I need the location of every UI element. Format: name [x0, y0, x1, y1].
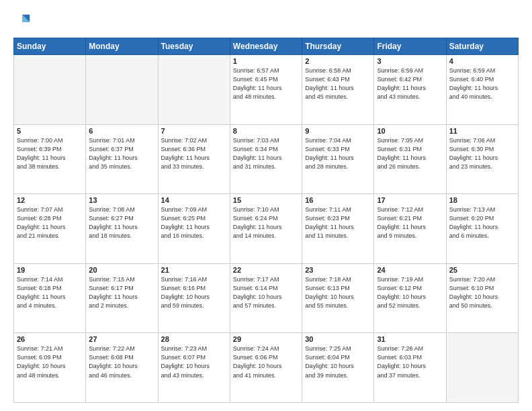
day-number: 18 — [449, 196, 515, 204]
day-cell: 12Sunrise: 7:07 AM Sunset: 6:28 PM Dayli… — [14, 194, 86, 264]
day-cell: 9Sunrise: 7:04 AM Sunset: 6:33 PM Daylig… — [302, 124, 374, 194]
day-cell: 7Sunrise: 7:02 AM Sunset: 6:36 PM Daylig… — [158, 124, 230, 194]
day-info: Sunrise: 7:07 AM Sunset: 6:28 PM Dayligh… — [17, 205, 83, 240]
day-cell: 5Sunrise: 7:00 AM Sunset: 6:39 PM Daylig… — [14, 124, 86, 194]
day-number: 15 — [233, 196, 299, 204]
day-number: 9 — [305, 127, 371, 135]
day-number: 4 — [449, 57, 515, 65]
col-header-monday: Monday — [86, 38, 158, 55]
day-cell: 26Sunrise: 7:21 AM Sunset: 6:09 PM Dayli… — [14, 333, 86, 403]
day-cell: 4Sunrise: 6:59 AM Sunset: 6:40 PM Daylig… — [446, 55, 518, 125]
day-number: 14 — [161, 196, 227, 204]
day-cell: 13Sunrise: 7:08 AM Sunset: 6:27 PM Dayli… — [86, 194, 158, 264]
day-number: 5 — [17, 127, 83, 135]
day-number: 6 — [89, 127, 154, 135]
day-number: 12 — [17, 196, 83, 204]
col-header-tuesday: Tuesday — [158, 38, 230, 55]
day-cell — [158, 55, 230, 125]
day-info: Sunrise: 7:24 AM Sunset: 6:06 PM Dayligh… — [233, 345, 299, 379]
day-info: Sunrise: 7:18 AM Sunset: 6:13 PM Dayligh… — [305, 275, 371, 310]
day-cell: 23Sunrise: 7:18 AM Sunset: 6:13 PM Dayli… — [302, 263, 374, 333]
day-info: Sunrise: 6:59 AM Sunset: 6:42 PM Dayligh… — [377, 66, 443, 101]
day-info: Sunrise: 7:05 AM Sunset: 6:31 PM Dayligh… — [377, 136, 443, 171]
day-cell: 10Sunrise: 7:05 AM Sunset: 6:31 PM Dayli… — [374, 124, 446, 194]
day-number: 13 — [89, 196, 154, 204]
day-cell: 25Sunrise: 7:20 AM Sunset: 6:10 PM Dayli… — [446, 263, 518, 333]
day-number: 1 — [233, 57, 299, 65]
day-cell: 14Sunrise: 7:09 AM Sunset: 6:25 PM Dayli… — [158, 194, 230, 264]
day-info: Sunrise: 7:20 AM Sunset: 6:10 PM Dayligh… — [449, 275, 515, 310]
day-cell — [86, 55, 158, 125]
day-number: 11 — [449, 127, 515, 135]
day-info: Sunrise: 6:57 AM Sunset: 6:45 PM Dayligh… — [233, 66, 299, 101]
day-cell: 24Sunrise: 7:19 AM Sunset: 6:12 PM Dayli… — [374, 263, 446, 333]
day-cell: 20Sunrise: 7:15 AM Sunset: 6:17 PM Dayli… — [86, 263, 158, 333]
day-info: Sunrise: 7:17 AM Sunset: 6:14 PM Dayligh… — [233, 275, 299, 310]
day-number: 31 — [377, 335, 443, 343]
day-number: 25 — [449, 266, 515, 274]
day-info: Sunrise: 6:58 AM Sunset: 6:43 PM Dayligh… — [305, 66, 371, 101]
logo — [13, 12, 35, 31]
day-info: Sunrise: 7:00 AM Sunset: 6:39 PM Dayligh… — [17, 136, 83, 171]
day-number: 30 — [305, 335, 371, 343]
week-row-3: 19Sunrise: 7:14 AM Sunset: 6:18 PM Dayli… — [14, 263, 519, 333]
day-cell: 17Sunrise: 7:12 AM Sunset: 6:21 PM Dayli… — [374, 194, 446, 264]
day-cell: 3Sunrise: 6:59 AM Sunset: 6:42 PM Daylig… — [374, 55, 446, 125]
day-number: 21 — [161, 266, 227, 274]
day-number: 22 — [233, 266, 299, 274]
day-info: Sunrise: 7:22 AM Sunset: 6:08 PM Dayligh… — [89, 345, 154, 379]
day-info: Sunrise: 7:09 AM Sunset: 6:25 PM Dayligh… — [161, 205, 227, 240]
week-row-4: 26Sunrise: 7:21 AM Sunset: 6:09 PM Dayli… — [14, 333, 519, 403]
day-number: 17 — [377, 196, 443, 204]
day-number: 26 — [17, 335, 83, 343]
day-info: Sunrise: 7:06 AM Sunset: 6:30 PM Dayligh… — [449, 136, 515, 171]
day-cell: 8Sunrise: 7:03 AM Sunset: 6:34 PM Daylig… — [230, 124, 302, 194]
day-cell: 19Sunrise: 7:14 AM Sunset: 6:18 PM Dayli… — [14, 263, 86, 333]
day-cell: 31Sunrise: 7:26 AM Sunset: 6:03 PM Dayli… — [374, 333, 446, 403]
day-number: 28 — [161, 335, 227, 343]
day-cell: 28Sunrise: 7:23 AM Sunset: 6:07 PM Dayli… — [158, 333, 230, 403]
day-cell — [446, 333, 518, 403]
day-cell — [14, 55, 86, 125]
day-number: 24 — [377, 266, 443, 274]
day-info: Sunrise: 7:01 AM Sunset: 6:37 PM Dayligh… — [89, 136, 154, 171]
day-number: 20 — [89, 266, 154, 274]
col-header-friday: Friday — [374, 38, 446, 55]
day-cell: 22Sunrise: 7:17 AM Sunset: 6:14 PM Dayli… — [230, 263, 302, 333]
day-info: Sunrise: 7:26 AM Sunset: 6:03 PM Dayligh… — [377, 345, 443, 379]
day-cell: 16Sunrise: 7:11 AM Sunset: 6:23 PM Dayli… — [302, 194, 374, 264]
day-cell: 21Sunrise: 7:16 AM Sunset: 6:16 PM Dayli… — [158, 263, 230, 333]
day-info: Sunrise: 7:23 AM Sunset: 6:07 PM Dayligh… — [161, 345, 227, 379]
day-number: 8 — [233, 127, 299, 135]
day-info: Sunrise: 7:02 AM Sunset: 6:36 PM Dayligh… — [161, 136, 227, 171]
day-cell: 1Sunrise: 6:57 AM Sunset: 6:45 PM Daylig… — [230, 55, 302, 125]
day-number: 10 — [377, 127, 443, 135]
day-info: Sunrise: 7:14 AM Sunset: 6:18 PM Dayligh… — [17, 275, 83, 310]
day-number: 16 — [305, 196, 371, 204]
day-info: Sunrise: 7:13 AM Sunset: 6:20 PM Dayligh… — [449, 205, 515, 240]
week-row-0: 1Sunrise: 6:57 AM Sunset: 6:45 PM Daylig… — [14, 55, 519, 125]
day-info: Sunrise: 7:04 AM Sunset: 6:33 PM Dayligh… — [305, 136, 371, 171]
day-cell: 11Sunrise: 7:06 AM Sunset: 6:30 PM Dayli… — [446, 124, 518, 194]
day-cell: 29Sunrise: 7:24 AM Sunset: 6:06 PM Dayli… — [230, 333, 302, 403]
day-cell: 6Sunrise: 7:01 AM Sunset: 6:37 PM Daylig… — [86, 124, 158, 194]
day-number: 2 — [305, 57, 371, 65]
day-info: Sunrise: 7:08 AM Sunset: 6:27 PM Dayligh… — [89, 205, 154, 240]
day-cell: 27Sunrise: 7:22 AM Sunset: 6:08 PM Dayli… — [86, 333, 158, 403]
day-number: 29 — [233, 335, 299, 343]
day-info: Sunrise: 7:21 AM Sunset: 6:09 PM Dayligh… — [17, 345, 83, 379]
day-number: 23 — [305, 266, 371, 274]
calendar: SundayMondayTuesdayWednesdayThursdayFrid… — [13, 38, 519, 403]
day-info: Sunrise: 7:19 AM Sunset: 6:12 PM Dayligh… — [377, 275, 443, 310]
day-cell: 15Sunrise: 7:10 AM Sunset: 6:24 PM Dayli… — [230, 194, 302, 264]
day-number: 19 — [17, 266, 83, 274]
logo-icon — [13, 12, 32, 31]
col-header-thursday: Thursday — [302, 38, 374, 55]
col-header-sunday: Sunday — [14, 38, 86, 55]
day-info: Sunrise: 7:11 AM Sunset: 6:23 PM Dayligh… — [305, 205, 371, 240]
day-info: Sunrise: 6:59 AM Sunset: 6:40 PM Dayligh… — [449, 66, 515, 101]
week-row-2: 12Sunrise: 7:07 AM Sunset: 6:28 PM Dayli… — [14, 194, 519, 264]
day-info: Sunrise: 7:03 AM Sunset: 6:34 PM Dayligh… — [233, 136, 299, 171]
day-number: 7 — [161, 127, 227, 135]
day-info: Sunrise: 7:16 AM Sunset: 6:16 PM Dayligh… — [161, 275, 227, 310]
